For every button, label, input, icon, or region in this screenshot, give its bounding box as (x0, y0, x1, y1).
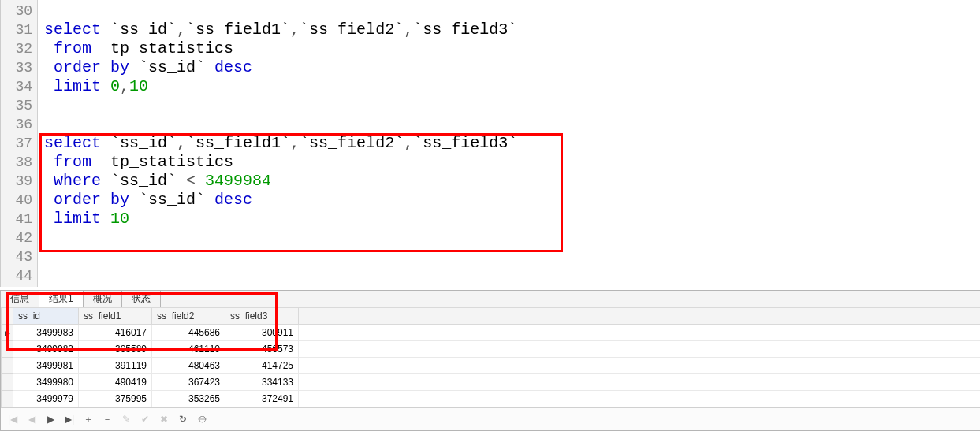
code-line[interactable]: from tp_statistics (44, 153, 517, 172)
code-line[interactable] (44, 96, 517, 115)
code-line[interactable] (44, 229, 517, 247)
line-number: 40 (1, 191, 32, 210)
code-line[interactable]: order by `ss_id` desc (44, 58, 517, 77)
token-ident: `ss_field2` (300, 20, 404, 39)
token-kw: order by (54, 58, 129, 76)
column-header[interactable]: ss_field2 (152, 308, 225, 325)
token-ident (44, 58, 54, 76)
token-kw: desc (214, 58, 252, 76)
cell[interactable]: 375995 (79, 391, 152, 407)
edit-icon: ✎ (121, 414, 132, 425)
cell[interactable]: 480463 (152, 358, 225, 374)
code-line[interactable]: select `ss_id`,`ss_field1`,`ss_field2`,`… (44, 20, 517, 39)
text-cursor (129, 212, 129, 226)
line-number: 43 (1, 247, 32, 266)
code-area[interactable]: 303132333435363738394041424344 select `s… (0, 0, 980, 287)
column-header[interactable]: ss_field1 (79, 308, 152, 325)
token-num: 3499984 (205, 172, 271, 190)
stop-icon[interactable]: ⦵ (196, 414, 207, 425)
cell[interactable]: 367423 (152, 374, 225, 391)
cell[interactable]: 391119 (79, 358, 152, 374)
remove-icon[interactable]: － (102, 414, 113, 425)
token-ident: `ss_field2` (300, 134, 404, 152)
code-line[interactable]: limit 0,10 (44, 77, 517, 96)
column-filler (299, 308, 981, 325)
first-icon: |◀ (7, 414, 18, 425)
token-ident (196, 172, 205, 190)
cell[interactable]: 456573 (225, 341, 299, 358)
cell[interactable]: 490419 (79, 374, 152, 391)
cell[interactable]: 353265 (152, 391, 225, 407)
code-line[interactable]: order by `ss_id` desc (44, 191, 517, 210)
cell-filler (299, 358, 981, 374)
cell[interactable]: 3499983 (13, 325, 79, 341)
token-ident (44, 39, 54, 58)
cell[interactable]: 3499979 (13, 391, 79, 407)
line-number: 30 (1, 2, 32, 20)
token-ident (44, 172, 54, 190)
cell[interactable]: 334133 (225, 374, 299, 391)
row-marker (2, 341, 13, 358)
last-icon[interactable]: ▶| (64, 414, 75, 425)
code-line[interactable]: select `ss_id`,`ss_field1`,`ss_field2`,`… (44, 134, 517, 153)
token-op: , (177, 20, 186, 39)
result-grid[interactable]: ss_idss_field1ss_field2ss_field334999834… (1, 307, 980, 407)
cell[interactable]: 3499981 (13, 358, 79, 374)
cell[interactable]: 416017 (79, 325, 152, 341)
cell-filler (299, 374, 981, 391)
code-line[interactable] (44, 115, 517, 134)
line-number: 32 (1, 39, 32, 58)
next-icon[interactable]: ▶ (45, 414, 56, 425)
token-ident: `ss_field3` (413, 20, 517, 39)
table-row[interactable]: 3499980490419367423334133 (2, 374, 981, 391)
code-line[interactable] (44, 266, 517, 285)
cell[interactable]: 445686 (152, 325, 225, 341)
token-ident: `ss_field1` (186, 134, 290, 152)
row-marker-header (2, 308, 13, 325)
code-line[interactable]: from tp_statistics (44, 39, 517, 58)
tab-0[interactable]: 信息 (1, 291, 39, 307)
cell[interactable]: 305589 (79, 341, 152, 358)
token-ident: `ss_id` (110, 20, 177, 39)
column-header[interactable]: ss_id (13, 308, 79, 325)
cell[interactable]: 300911 (225, 325, 299, 341)
cell[interactable]: 461110 (152, 341, 225, 358)
cell[interactable]: 414725 (225, 358, 299, 374)
cell-filler (299, 341, 981, 358)
cell[interactable]: 3499980 (13, 374, 79, 391)
token-ident: `ss_id` (129, 191, 214, 209)
token-ident (44, 153, 54, 171)
tab-2[interactable]: 概况 (84, 291, 122, 307)
table-row[interactable]: 3499982305589461110456573 (2, 341, 981, 358)
add-icon[interactable]: ＋ (83, 414, 94, 425)
table-row[interactable]: 3499981391119480463414725 (2, 358, 981, 374)
tab-3[interactable]: 状态 (122, 291, 161, 307)
table-row[interactable]: 3499983416017445686300911 (2, 325, 981, 341)
token-op: , (120, 77, 129, 95)
cell[interactable]: 3499982 (13, 341, 79, 358)
cell[interactable]: 372491 (225, 391, 299, 407)
token-ident: `ss_id` (129, 58, 214, 76)
token-ident (101, 210, 110, 228)
token-ident (101, 134, 110, 152)
line-number: 33 (1, 58, 32, 77)
token-ident: `ss_id` (110, 134, 177, 152)
cancel-icon: ✖ (158, 414, 170, 425)
table-row[interactable]: 3499979375995353265372491 (2, 391, 981, 407)
tab-1[interactable]: 结果1 (39, 291, 84, 307)
token-ident: tp_statistics (91, 39, 233, 58)
line-number: 42 (1, 229, 32, 247)
cell-filler (299, 325, 981, 341)
code-line[interactable] (44, 2, 517, 20)
column-header[interactable]: ss_field3 (225, 308, 299, 325)
token-op: , (404, 134, 413, 152)
token-ident: `ss_field3` (413, 134, 517, 152)
code-line[interactable] (44, 247, 517, 266)
result-tabs: 信息结果1概况状态 (1, 291, 980, 307)
line-number: 38 (1, 153, 32, 172)
code-line[interactable]: limit 10 (44, 210, 517, 229)
refresh-icon[interactable]: ↻ (177, 414, 188, 425)
code-line[interactable]: where `ss_id` < 3499984 (44, 172, 517, 191)
row-marker (2, 325, 13, 341)
code-lines[interactable]: select `ss_id`,`ss_field1`,`ss_field2`,`… (38, 0, 517, 287)
